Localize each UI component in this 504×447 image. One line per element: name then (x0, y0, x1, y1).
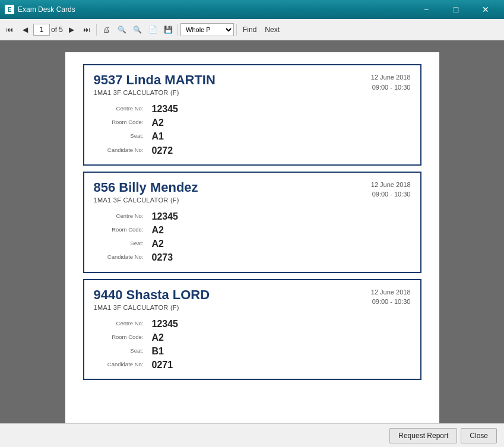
card-3-seat-label: Seat: (94, 345, 147, 357)
card-3-centre-label: Centre No: (94, 318, 147, 329)
card-1-seat-value: A1 (152, 131, 411, 142)
card-3-subtitle: 1MA1 3F CALCULATOR (F) (94, 304, 210, 311)
app-icon: E (5, 5, 14, 14)
card-1-centre-value: 12345 (152, 103, 411, 115)
title-bar: E Exam Desk Cards − □ ✕ (0, 0, 504, 19)
card-1-date-line2: 09:00 - 10:30 (371, 83, 411, 93)
card-3-candidate-value: 0271 (152, 359, 411, 370)
next-page-button[interactable]: ▶ (64, 23, 78, 37)
card-1-candidate-label: Candidate No: (94, 145, 147, 156)
bottom-bar: Request Report Close (0, 423, 504, 447)
card-2-date: 12 June 2018 09:00 - 10:30 (371, 180, 411, 199)
window-controls: − □ ✕ (413, 0, 499, 19)
zoom-select[interactable]: Whole P 75% 100% 150% Whole Page Page Wi… (180, 23, 234, 36)
card-3-date: 12 June 2018 09:00 - 10:30 (371, 287, 411, 307)
card-2-details: Centre No: 12345 Room Code: A2 Seat: A2 … (94, 211, 411, 264)
card-1-left: 9537 Linda MARTIN 1MA1 3F CALCULATOR (F) (94, 72, 215, 96)
desk-card-2: 856 Billy Mendez 1MA1 3F CALCULATOR (F) … (83, 172, 421, 273)
card-2-left: 856 Billy Mendez 1MA1 3F CALCULATOR (F) (94, 180, 198, 204)
card-2-centre-value: 12345 (152, 211, 411, 222)
card-3-centre-value: 12345 (152, 318, 411, 329)
card-2-candidate-label: Candidate No: (94, 252, 147, 263)
window-title: Exam Desk Cards (18, 5, 413, 14)
next-find-button[interactable]: Next (261, 24, 283, 35)
main-area: 9537 Linda MARTIN 1MA1 3F CALCULATOR (F)… (0, 40, 504, 423)
card-3-left: 9440 Shasta LORD 1MA1 3F CALCULATOR (F) (94, 287, 210, 311)
card-3-date-line2: 09:00 - 10:30 (371, 297, 411, 307)
card-2-seat-label: Seat: (94, 238, 147, 249)
card-3-room-value: A2 (152, 332, 411, 343)
card-1-date-line1: 12 June 2018 (371, 72, 411, 83)
first-page-button[interactable]: ⏮ (2, 23, 17, 37)
card-3-date-line1: 12 June 2018 (371, 287, 411, 297)
card-3-room-label: Room Code: (94, 332, 147, 343)
page-number-input[interactable] (33, 24, 50, 36)
card-1-room-label: Room Code: (94, 117, 147, 128)
page-total-label: of 5 (51, 26, 63, 34)
card-1-name: 9537 Linda MARTIN (94, 72, 215, 88)
close-window-button[interactable]: ✕ (472, 0, 499, 19)
card-1-centre-label: Centre No: (94, 103, 147, 115)
card-1-seat-label: Seat: (94, 131, 147, 142)
zoom-out-button[interactable]: 🔍 (115, 23, 129, 37)
minimize-button[interactable]: − (413, 0, 440, 19)
card-1-details: Centre No: 12345 Room Code: A2 Seat: A1 … (94, 103, 411, 156)
card-2-candidate-value: 0273 (152, 252, 411, 263)
card-2-header: 856 Billy Mendez 1MA1 3F CALCULATOR (F) … (94, 180, 411, 204)
card-2-name: 856 Billy Mendez (94, 180, 198, 195)
export-button[interactable]: 💾 (161, 23, 175, 37)
card-3-name: 9440 Shasta LORD (94, 287, 210, 303)
close-button[interactable]: Close (461, 428, 497, 443)
card-2-date-line1: 12 June 2018 (371, 180, 411, 190)
last-page-button[interactable]: ⏭ (80, 23, 94, 37)
toolbar: ⏮ ◀ of 5 ▶ ⏭ 🖨 🔍 🔍 📄 💾 Whole P 75% 100% … (0, 19, 504, 40)
card-3-header: 9440 Shasta LORD 1MA1 3F CALCULATOR (F) … (94, 287, 411, 311)
card-3-details: Centre No: 12345 Room Code: A2 Seat: B1 … (94, 318, 411, 371)
card-2-centre-label: Centre No: (94, 211, 147, 222)
card-1-header: 9537 Linda MARTIN 1MA1 3F CALCULATOR (F)… (94, 72, 411, 96)
view-button[interactable]: 📄 (145, 23, 160, 37)
card-3-seat-value: B1 (152, 345, 411, 357)
card-3-candidate-label: Candidate No: (94, 359, 147, 370)
zoom-in-button[interactable]: 🔍 (130, 23, 144, 37)
card-2-subtitle: 1MA1 3F CALCULATOR (F) (94, 196, 198, 204)
prev-page-button[interactable]: ◀ (18, 23, 32, 37)
card-1-room-value: A2 (152, 117, 411, 128)
card-2-seat-value: A2 (152, 238, 411, 249)
maximize-button[interactable]: □ (442, 0, 470, 19)
card-1-candidate-value: 0272 (152, 145, 411, 156)
request-report-button[interactable]: Request Report (389, 428, 457, 443)
print-button[interactable]: 🖨 (99, 23, 113, 37)
page: 9537 Linda MARTIN 1MA1 3F CALCULATOR (F)… (65, 52, 439, 423)
card-1-subtitle: 1MA1 3F CALCULATOR (F) (94, 89, 215, 96)
card-2-room-value: A2 (152, 224, 411, 236)
card-1-date: 12 June 2018 09:00 - 10:30 (371, 72, 411, 92)
desk-card-3: 9440 Shasta LORD 1MA1 3F CALCULATOR (F) … (83, 279, 421, 381)
desk-card-1: 9537 Linda MARTIN 1MA1 3F CALCULATOR (F)… (83, 64, 421, 166)
find-button[interactable]: Find (239, 24, 260, 35)
card-2-room-label: Room Code: (94, 224, 147, 236)
page-nav: of 5 (33, 24, 63, 36)
card-2-date-line2: 09:00 - 10:30 (371, 189, 411, 199)
